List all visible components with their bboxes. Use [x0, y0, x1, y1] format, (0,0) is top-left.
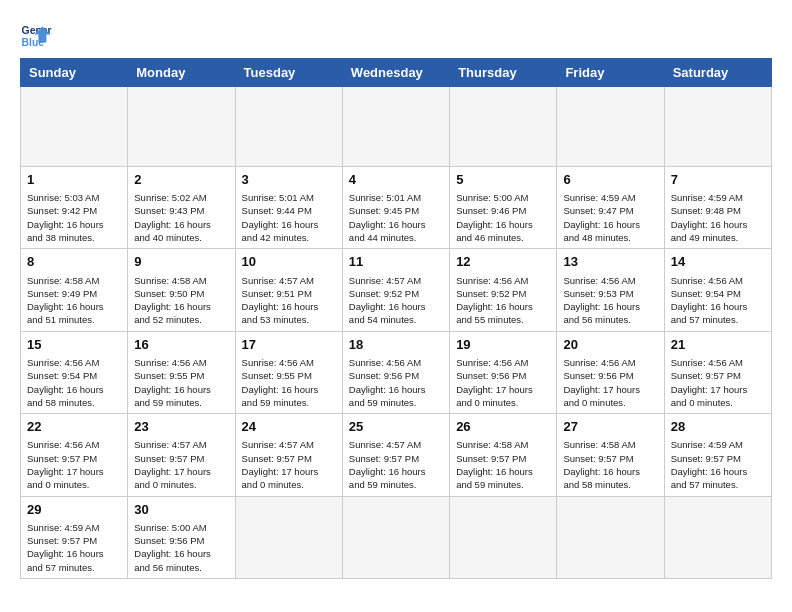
day-info: Sunrise: 5:03 AM — [27, 191, 121, 204]
day-info: Sunset: 9:57 PM — [671, 452, 765, 465]
day-info: and 59 minutes. — [456, 478, 550, 491]
day-number: 16 — [134, 336, 228, 354]
calendar-cell: 19Sunrise: 4:56 AMSunset: 9:56 PMDayligh… — [450, 331, 557, 413]
day-info: Sunset: 9:50 PM — [134, 287, 228, 300]
day-number: 15 — [27, 336, 121, 354]
day-info: Daylight: 16 hours — [242, 383, 336, 396]
header-monday: Monday — [128, 59, 235, 87]
day-info: Daylight: 16 hours — [456, 465, 550, 478]
calendar-cell — [664, 87, 771, 167]
calendar-cell: 13Sunrise: 4:56 AMSunset: 9:53 PMDayligh… — [557, 249, 664, 331]
day-info: Sunset: 9:44 PM — [242, 204, 336, 217]
week-row-3: 15Sunrise: 4:56 AMSunset: 9:54 PMDayligh… — [21, 331, 772, 413]
day-number: 23 — [134, 418, 228, 436]
day-info: Sunrise: 4:56 AM — [134, 356, 228, 369]
day-info: Daylight: 16 hours — [563, 465, 657, 478]
calendar-cell — [128, 87, 235, 167]
day-info: Sunset: 9:53 PM — [563, 287, 657, 300]
day-info: and 44 minutes. — [349, 231, 443, 244]
day-info: Sunset: 9:56 PM — [456, 369, 550, 382]
calendar-header-row: SundayMondayTuesdayWednesdayThursdayFrid… — [21, 59, 772, 87]
day-info: Sunset: 9:48 PM — [671, 204, 765, 217]
calendar-cell — [235, 496, 342, 578]
day-info: Daylight: 16 hours — [242, 300, 336, 313]
calendar-cell: 18Sunrise: 4:56 AMSunset: 9:56 PMDayligh… — [342, 331, 449, 413]
day-info: and 0 minutes. — [242, 478, 336, 491]
calendar-cell: 23Sunrise: 4:57 AMSunset: 9:57 PMDayligh… — [128, 414, 235, 496]
day-info: Sunset: 9:43 PM — [134, 204, 228, 217]
day-info: and 46 minutes. — [456, 231, 550, 244]
day-info: Daylight: 17 hours — [242, 465, 336, 478]
week-row-4: 22Sunrise: 4:56 AMSunset: 9:57 PMDayligh… — [21, 414, 772, 496]
day-info: and 55 minutes. — [456, 313, 550, 326]
day-info: Sunrise: 4:59 AM — [671, 191, 765, 204]
day-info: Sunset: 9:52 PM — [349, 287, 443, 300]
day-info: Sunrise: 4:58 AM — [563, 438, 657, 451]
day-number: 22 — [27, 418, 121, 436]
day-info: and 57 minutes. — [671, 478, 765, 491]
day-info: Sunrise: 4:56 AM — [456, 356, 550, 369]
day-info: Sunrise: 4:58 AM — [27, 274, 121, 287]
day-info: Sunset: 9:56 PM — [349, 369, 443, 382]
day-number: 3 — [242, 171, 336, 189]
day-info: Sunrise: 4:56 AM — [27, 356, 121, 369]
svg-text:General: General — [22, 25, 52, 36]
calendar-cell: 12Sunrise: 4:56 AMSunset: 9:52 PMDayligh… — [450, 249, 557, 331]
day-info: Daylight: 16 hours — [27, 218, 121, 231]
day-info: and 49 minutes. — [671, 231, 765, 244]
day-info: Daylight: 16 hours — [27, 547, 121, 560]
day-info: Sunset: 9:46 PM — [456, 204, 550, 217]
calendar-cell: 2Sunrise: 5:02 AMSunset: 9:43 PMDaylight… — [128, 167, 235, 249]
day-info: and 56 minutes. — [563, 313, 657, 326]
day-info: Sunset: 9:52 PM — [456, 287, 550, 300]
calendar-cell: 7Sunrise: 4:59 AMSunset: 9:48 PMDaylight… — [664, 167, 771, 249]
day-number: 19 — [456, 336, 550, 354]
day-info: Sunset: 9:49 PM — [27, 287, 121, 300]
day-info: Sunrise: 4:59 AM — [27, 521, 121, 534]
day-info: Sunrise: 4:58 AM — [456, 438, 550, 451]
day-info: Daylight: 16 hours — [134, 383, 228, 396]
day-info: Daylight: 16 hours — [456, 300, 550, 313]
day-info: Daylight: 16 hours — [134, 547, 228, 560]
calendar-cell — [21, 87, 128, 167]
calendar-cell: 28Sunrise: 4:59 AMSunset: 9:57 PMDayligh… — [664, 414, 771, 496]
day-info: and 57 minutes. — [671, 313, 765, 326]
day-info: Sunset: 9:57 PM — [456, 452, 550, 465]
day-info: Sunrise: 4:57 AM — [242, 438, 336, 451]
day-info: Daylight: 16 hours — [27, 300, 121, 313]
day-number: 21 — [671, 336, 765, 354]
day-number: 13 — [563, 253, 657, 271]
day-info: Sunrise: 4:57 AM — [349, 274, 443, 287]
calendar-cell — [664, 496, 771, 578]
day-info: Sunset: 9:55 PM — [242, 369, 336, 382]
header-thursday: Thursday — [450, 59, 557, 87]
week-row-2: 8Sunrise: 4:58 AMSunset: 9:49 PMDaylight… — [21, 249, 772, 331]
week-row-0 — [21, 87, 772, 167]
day-info: Sunset: 9:56 PM — [563, 369, 657, 382]
calendar-cell: 14Sunrise: 4:56 AMSunset: 9:54 PMDayligh… — [664, 249, 771, 331]
day-info: Sunset: 9:57 PM — [242, 452, 336, 465]
day-info: and 54 minutes. — [349, 313, 443, 326]
calendar-table: SundayMondayTuesdayWednesdayThursdayFrid… — [20, 58, 772, 579]
day-info: Sunrise: 4:56 AM — [349, 356, 443, 369]
day-info: and 42 minutes. — [242, 231, 336, 244]
day-info: and 52 minutes. — [134, 313, 228, 326]
calendar-cell: 10Sunrise: 4:57 AMSunset: 9:51 PMDayligh… — [235, 249, 342, 331]
day-number: 8 — [27, 253, 121, 271]
day-info: Daylight: 16 hours — [134, 300, 228, 313]
day-info: Sunset: 9:57 PM — [671, 369, 765, 382]
day-info: Sunrise: 4:57 AM — [134, 438, 228, 451]
calendar-cell — [557, 496, 664, 578]
calendar-cell — [450, 87, 557, 167]
day-info: and 0 minutes. — [134, 478, 228, 491]
calendar-cell: 30Sunrise: 5:00 AMSunset: 9:56 PMDayligh… — [128, 496, 235, 578]
day-info: Daylight: 16 hours — [671, 300, 765, 313]
day-info: and 59 minutes. — [349, 478, 443, 491]
calendar-cell — [342, 496, 449, 578]
day-info: and 0 minutes. — [456, 396, 550, 409]
day-info: and 58 minutes. — [27, 396, 121, 409]
day-info: Sunset: 9:55 PM — [134, 369, 228, 382]
day-info: Daylight: 16 hours — [349, 383, 443, 396]
day-info: Sunrise: 5:00 AM — [456, 191, 550, 204]
day-info: Sunset: 9:54 PM — [27, 369, 121, 382]
